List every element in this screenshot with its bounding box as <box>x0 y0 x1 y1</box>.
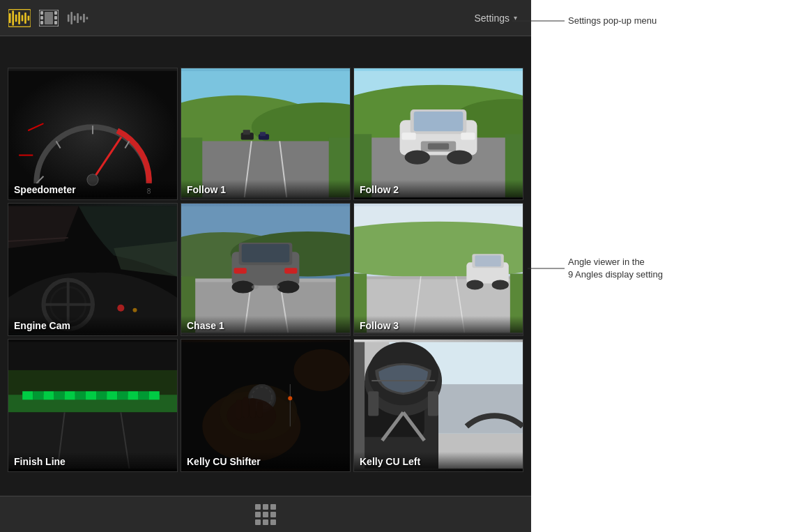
video-cell-follow3[interactable]: Follow 3 <box>353 203 523 336</box>
kelly-shifter-label: Kelly CU Shifter <box>181 452 350 471</box>
toolbar: Settings ▾ <box>0 0 531 36</box>
svg-rect-44 <box>260 132 266 136</box>
svg-rect-108 <box>33 391 43 400</box>
svg-point-83 <box>232 281 254 294</box>
grid-dot <box>255 519 261 525</box>
settings-button[interactable]: Settings ▾ <box>468 10 523 26</box>
svg-rect-5 <box>24 13 26 24</box>
svg-point-100 <box>492 280 509 290</box>
svg-rect-54 <box>414 112 464 131</box>
follow1-label: Follow 1 <box>181 180 350 199</box>
svg-rect-22 <box>86 17 89 20</box>
annotation-area <box>531 0 812 532</box>
follow3-label: Follow 3 <box>354 316 523 335</box>
grid-dot <box>263 504 268 510</box>
svg-rect-15 <box>45 12 53 24</box>
svg-rect-131 <box>243 397 249 418</box>
svg-rect-11 <box>40 21 43 24</box>
waveform-gray-icon[interactable] <box>67 7 89 29</box>
finish-line-label: Finish Line <box>8 452 177 471</box>
svg-rect-82 <box>284 268 297 273</box>
svg-rect-109 <box>43 391 54 400</box>
video-grid: 0 8 Speedometer <box>8 68 523 472</box>
svg-rect-17 <box>70 12 72 24</box>
svg-rect-6 <box>28 15 30 20</box>
content-area: 0 8 Speedometer <box>0 36 531 496</box>
svg-point-60 <box>447 150 472 164</box>
svg-rect-10 <box>40 16 43 20</box>
svg-rect-0 <box>9 13 11 22</box>
svg-rect-9 <box>40 11 43 15</box>
svg-point-86 <box>273 285 279 289</box>
svg-rect-56 <box>461 132 475 139</box>
waveform-active-icon[interactable] <box>8 7 31 29</box>
svg-rect-132 <box>250 398 256 418</box>
grid-dot <box>263 519 268 525</box>
svg-point-68 <box>117 305 124 312</box>
svg-rect-119 <box>149 391 160 400</box>
svg-point-69 <box>132 308 137 312</box>
grid-dot <box>255 512 261 517</box>
svg-rect-4 <box>22 15 24 21</box>
grid-dot <box>263 512 268 517</box>
svg-rect-1 <box>12 10 14 25</box>
svg-point-136 <box>288 396 292 400</box>
svg-rect-80 <box>242 244 290 262</box>
svg-rect-2 <box>15 14 17 22</box>
video-cell-follow1[interactable]: Follow 1 <box>181 68 351 201</box>
svg-point-99 <box>466 280 483 290</box>
grid-dot <box>270 519 276 525</box>
svg-rect-107 <box>22 391 33 400</box>
svg-rect-115 <box>107 391 117 400</box>
speedometer-label: Speedometer <box>8 180 177 199</box>
video-cell-finish-line[interactable]: Finish Line <box>8 339 178 472</box>
svg-rect-133 <box>257 402 263 417</box>
svg-rect-21 <box>83 13 85 22</box>
chase-label: Chase 1 <box>181 316 350 335</box>
svg-rect-13 <box>54 16 57 20</box>
svg-rect-3 <box>18 12 20 24</box>
svg-rect-58 <box>428 143 449 149</box>
grid-view-icon[interactable] <box>255 504 276 525</box>
engine-cam-label: Engine Cam <box>8 316 177 335</box>
svg-rect-114 <box>96 391 107 400</box>
kelly-left-label: Kelly CU Left <box>354 452 523 471</box>
svg-rect-118 <box>139 391 149 400</box>
svg-rect-146 <box>428 391 438 416</box>
follow2-label: Follow 2 <box>354 180 523 199</box>
svg-rect-116 <box>117 391 128 400</box>
svg-rect-18 <box>74 15 76 20</box>
svg-rect-55 <box>402 132 416 139</box>
svg-point-85 <box>252 285 259 289</box>
grid-dot <box>270 504 276 510</box>
video-cell-chase[interactable]: Chase 1 <box>181 203 351 336</box>
svg-rect-16 <box>68 14 70 22</box>
svg-rect-113 <box>86 391 96 400</box>
video-cell-engine-cam[interactable]: Engine Cam <box>8 203 178 336</box>
video-cell-kelly-shifter[interactable]: Kelly CU Shifter <box>181 339 351 472</box>
svg-point-84 <box>277 281 299 294</box>
svg-rect-117 <box>128 391 138 400</box>
video-cell-follow2[interactable]: Follow 2 <box>353 68 523 201</box>
svg-rect-12 <box>54 11 57 15</box>
grid-dot <box>255 504 261 510</box>
svg-rect-145 <box>368 391 378 416</box>
video-cell-speedometer[interactable]: 0 8 Speedometer <box>8 68 178 201</box>
svg-rect-110 <box>54 391 65 400</box>
svg-rect-112 <box>75 391 86 400</box>
svg-point-59 <box>405 150 430 164</box>
svg-rect-81 <box>234 268 247 273</box>
settings-label: Settings <box>474 13 510 24</box>
svg-rect-14 <box>54 21 57 24</box>
video-cell-kelly-left[interactable]: Kelly CU Left <box>353 339 523 472</box>
grid-dot <box>270 512 276 517</box>
svg-rect-20 <box>80 16 82 20</box>
svg-point-134 <box>293 349 350 390</box>
filmstrip-icon[interactable] <box>38 7 60 29</box>
svg-rect-111 <box>65 391 75 400</box>
svg-rect-149 <box>354 342 365 469</box>
svg-rect-98 <box>475 255 500 266</box>
svg-rect-42 <box>243 130 250 135</box>
bottom-bar <box>0 496 531 532</box>
chevron-down-icon: ▾ <box>514 14 517 22</box>
